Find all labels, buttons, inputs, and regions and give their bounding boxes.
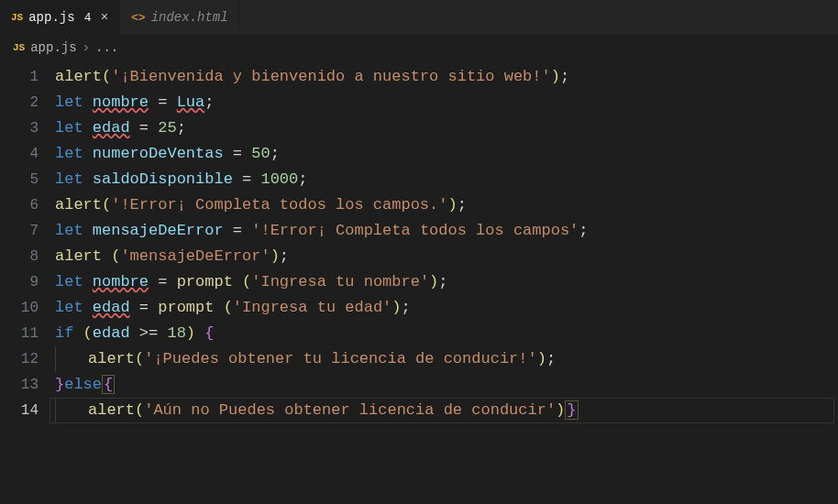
line-number: 4 xyxy=(0,141,39,167)
line-number: 7 xyxy=(0,218,39,244)
line-number: 3 xyxy=(0,115,39,141)
code-line: alert('Aún no Puedes obtener licencia de… xyxy=(55,398,838,423)
code-line: alert('¡Puedes obtener tu licencia de co… xyxy=(55,346,838,372)
code-line: alert('!Error¡ Completa todos los campos… xyxy=(55,192,838,218)
code-line: if (edad >= 18) { xyxy=(55,321,838,346)
javascript-icon: JS xyxy=(11,12,23,23)
html-icon: <> xyxy=(131,11,146,25)
line-number: 5 xyxy=(0,167,39,192)
line-number: 14 xyxy=(0,398,39,423)
code-line: alert('¡Bienvenida y bienvenido a nuestr… xyxy=(55,64,838,90)
code-line: alert ('mensajeDeError'); xyxy=(55,244,838,269)
chevron-right-icon: › xyxy=(83,40,90,55)
tab-bar: JS app.js 4 × <> index.html xyxy=(0,0,838,35)
code-area[interactable]: alert('¡Bienvenida y bienvenido a nuestr… xyxy=(55,60,838,427)
tab-label: index.html xyxy=(151,10,228,25)
line-number: 2 xyxy=(0,90,39,115)
line-number: 6 xyxy=(0,192,39,218)
line-number: 1 xyxy=(0,64,39,90)
line-number: 11 xyxy=(0,321,39,346)
code-line: let mensajeDeError = '!Error¡ Completa t… xyxy=(55,218,838,244)
line-number: 13 xyxy=(0,372,39,398)
tab-problems-badge: 4 xyxy=(81,11,95,25)
line-number: 10 xyxy=(0,295,39,321)
gutter: 1 2 3 4 5 6 7 8 9 10 11 12 13 14 xyxy=(0,60,55,427)
code-line: }else{ xyxy=(55,372,838,398)
javascript-icon: JS xyxy=(13,42,25,53)
close-icon[interactable]: × xyxy=(101,10,108,25)
line-number: 12 xyxy=(0,346,39,372)
editor[interactable]: 1 2 3 4 5 6 7 8 9 10 11 12 13 14 alert('… xyxy=(0,60,838,427)
code-line: let nombre = prompt ('Ingresa tu nombre'… xyxy=(55,269,838,295)
breadcrumb-file: app.js xyxy=(30,40,76,55)
breadcrumb[interactable]: JS app.js › ... xyxy=(0,35,838,60)
code-line: let edad = prompt ('Ingresa tu edad'); xyxy=(55,295,838,321)
line-number: 8 xyxy=(0,244,39,269)
breadcrumb-more: ... xyxy=(95,40,118,55)
code-line: let numeroDeVentas = 50; xyxy=(55,141,838,167)
code-line: let nombre = Lua; xyxy=(55,90,838,115)
tab-label: app.js xyxy=(28,10,74,25)
tab-appjs[interactable]: JS app.js 4 × xyxy=(0,0,120,35)
code-line: let saldoDisponible = 1000; xyxy=(55,167,838,192)
code-line: let edad = 25; xyxy=(55,115,838,141)
tab-indexhtml[interactable]: <> index.html xyxy=(120,0,240,35)
line-number: 9 xyxy=(0,269,39,295)
